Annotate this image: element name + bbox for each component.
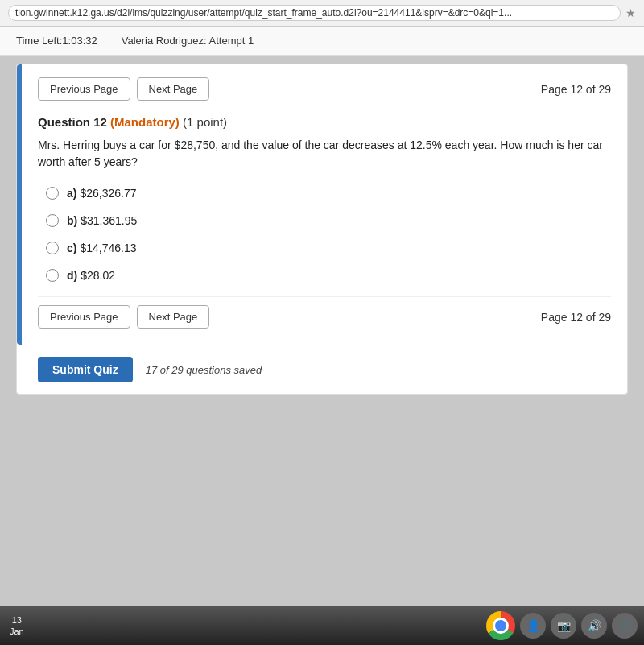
radio-d[interactable] <box>46 269 59 282</box>
question-number: Question 12 <box>38 115 107 129</box>
time-value: 1:03:32 <box>62 35 97 47</box>
option-letter-d: d) <box>67 269 77 282</box>
points-label: (1 point) <box>183 115 227 129</box>
list-item: c) $14,746.13 <box>46 242 611 254</box>
taskbar-music-icon[interactable]: 🎵 <box>612 613 638 639</box>
quiz-container: Previous Page Next Page Page 12 of 29 Qu… <box>16 64 628 395</box>
radio-b[interactable] <box>46 214 59 227</box>
prev-page-button-bottom[interactable]: Previous Page <box>38 305 130 329</box>
list-item: b) $31,361.95 <box>46 214 611 227</box>
header-bar: Time Left:1:03:32 Valeria Rodriguez: Att… <box>0 27 644 56</box>
taskbar: 13 Jan 👤 📷 🔊 🎵 <box>0 606 644 645</box>
mandatory-label: (Mandatory) <box>110 115 180 129</box>
quiz-content: Previous Page Next Page Page 12 of 29 Qu… <box>22 64 627 345</box>
option-value-b: $31,361.95 <box>80 214 137 227</box>
page-info-bottom: Page 12 of 29 <box>541 311 611 324</box>
prev-page-button-top[interactable]: Previous Page <box>38 77 130 101</box>
page-info-top: Page 12 of 29 <box>541 83 611 96</box>
taskbar-right-icons: 👤 📷 🔊 🎵 <box>486 611 638 640</box>
question-body: Mrs. Herring buys a car for $28,750, and… <box>38 139 603 168</box>
question-text: Mrs. Herring buys a car for $28,750, and… <box>38 137 611 171</box>
list-item: d) $28.02 <box>46 269 611 282</box>
option-letter-a: a) <box>67 187 76 200</box>
option-value-a: $26,326.77 <box>80 187 136 200</box>
question-header: Question 12 (Mandatory) (1 point) <box>38 115 611 129</box>
saved-text: 17 of 29 questions saved <box>146 364 262 376</box>
taskbar-date: 13 Jan <box>10 614 24 638</box>
browser-url[interactable]: tion.gwinnett.k12.ga.us/d2l/lms/quizzing… <box>8 5 621 21</box>
option-value-c: $14,746.13 <box>80 242 136 254</box>
list-item: a) $26,326.77 <box>46 187 611 200</box>
submit-quiz-button[interactable]: Submit Quiz <box>38 357 133 382</box>
radio-a[interactable] <box>46 187 59 200</box>
bookmark-icon[interactable]: ★ <box>625 6 636 19</box>
taskbar-user-icon[interactable]: 👤 <box>520 613 546 639</box>
option-letter-b: b) <box>67 214 77 227</box>
top-nav-row: Previous Page Next Page Page 12 of 29 <box>38 77 611 101</box>
radio-c[interactable] <box>46 242 59 254</box>
option-value-d: $28.02 <box>80 269 115 282</box>
time-left-label: Time Left:1:03:32 <box>16 35 97 47</box>
chrome-icon[interactable] <box>486 611 515 640</box>
answer-options: a) $26,326.77 b) $31,361.95 c) $14,746.1… <box>46 187 611 282</box>
user-attempt-label: Valeria Rodriguez: Attempt 1 <box>122 35 254 47</box>
browser-bar: tion.gwinnett.k12.ga.us/d2l/lms/quizzing… <box>0 0 644 27</box>
submit-row: Submit Quiz 17 of 29 questions saved <box>17 345 627 394</box>
next-page-button-bottom[interactable]: Next Page <box>137 305 210 329</box>
taskbar-speaker-icon[interactable]: 🔊 <box>581 613 607 639</box>
taskbar-camera-icon[interactable]: 📷 <box>551 613 576 639</box>
next-page-button-top[interactable]: Next Page <box>137 77 210 101</box>
option-letter-c: c) <box>67 242 76 254</box>
bottom-nav-row: Previous Page Next Page Page 12 of 29 <box>38 296 611 329</box>
